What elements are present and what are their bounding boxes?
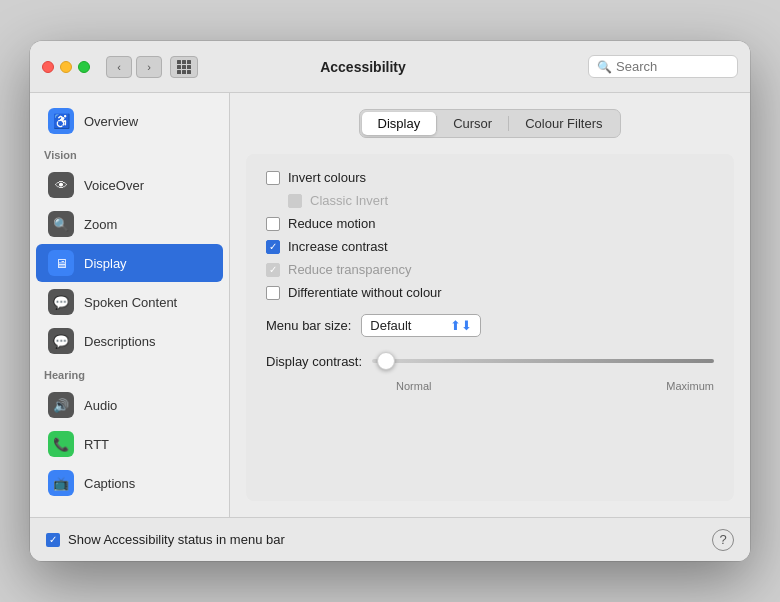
classic-invert-checkbox[interactable]: [288, 194, 302, 208]
reduce-transparency-row: ✓ Reduce transparency: [266, 262, 714, 277]
differentiate-without-colour-checkbox[interactable]: [266, 286, 280, 300]
sidebar: ♿ Overview Vision 👁 VoiceOver 🔍 Zoom �: [30, 93, 230, 517]
display-contrast-slider-container: [372, 351, 714, 371]
display-contrast-slider-thumb[interactable]: [377, 352, 395, 370]
tab-colour-filters[interactable]: Colour Filters: [509, 112, 618, 135]
close-button[interactable]: [42, 61, 54, 73]
classic-invert-row: Classic Invert: [266, 193, 714, 208]
tabs-container: Display Cursor Colour Filters: [359, 109, 622, 138]
window-title: Accessibility: [146, 59, 580, 75]
reduce-transparency-label: Reduce transparency: [288, 262, 412, 277]
slider-min-label: Normal: [396, 380, 431, 392]
invert-colours-label: Invert colours: [288, 170, 366, 185]
rtt-icon: 📞: [48, 431, 74, 457]
display-contrast-label: Display contrast:: [266, 354, 362, 369]
sidebar-item-display[interactable]: 🖥 Display: [36, 244, 223, 282]
tab-display[interactable]: Display: [362, 112, 437, 135]
descriptions-icon: 💬: [48, 328, 74, 354]
main-window: ‹ › Accessibility 🔍: [30, 41, 750, 561]
overview-icon: ♿: [48, 108, 74, 134]
sidebar-item-voiceover[interactable]: 👁 VoiceOver: [36, 166, 223, 204]
show-status-label: Show Accessibility status in menu bar: [68, 532, 285, 547]
sidebar-section-vision: Vision: [30, 141, 229, 165]
menu-bar-size-value: Default: [370, 318, 444, 333]
sidebar-label-captions: Captions: [84, 476, 135, 491]
checkmark-icon: ✓: [269, 242, 277, 252]
spoken-content-icon: 💬: [48, 289, 74, 315]
select-arrows-icon: ⬆⬇: [450, 318, 472, 333]
increase-contrast-checkbox[interactable]: ✓: [266, 240, 280, 254]
tab-cursor[interactable]: Cursor: [437, 112, 508, 135]
sidebar-label-spoken-content: Spoken Content: [84, 295, 177, 310]
sidebar-item-zoom[interactable]: 🔍 Zoom: [36, 205, 223, 243]
tab-bar: Display Cursor Colour Filters: [246, 109, 734, 138]
back-button[interactable]: ‹: [106, 56, 132, 78]
traffic-lights: [42, 61, 90, 73]
sidebar-label-descriptions: Descriptions: [84, 334, 156, 349]
increase-contrast-label: Increase contrast: [288, 239, 388, 254]
sidebar-item-spoken-content[interactable]: 💬 Spoken Content: [36, 283, 223, 321]
reduce-motion-label: Reduce motion: [288, 216, 375, 231]
slider-labels: Normal Maximum: [266, 380, 714, 392]
bottom-bar: ✓ Show Accessibility status in menu bar …: [30, 517, 750, 561]
menu-bar-size-select[interactable]: Default ⬆⬇: [361, 314, 481, 337]
display-contrast-slider-track: [372, 359, 714, 363]
slider-max-label: Maximum: [666, 380, 714, 392]
display-icon: 🖥: [48, 250, 74, 276]
differentiate-without-colour-label: Differentiate without colour: [288, 285, 442, 300]
invert-colours-row: Invert colours: [266, 170, 714, 185]
sidebar-label-audio: Audio: [84, 398, 117, 413]
search-input[interactable]: [616, 59, 726, 74]
classic-invert-label: Classic Invert: [310, 193, 388, 208]
maximize-button[interactable]: [78, 61, 90, 73]
sidebar-label-rtt: RTT: [84, 437, 109, 452]
minimize-button[interactable]: [60, 61, 72, 73]
differentiate-without-colour-row: Differentiate without colour: [266, 285, 714, 300]
sidebar-item-captions[interactable]: 📺 Captions: [36, 464, 223, 502]
search-icon: 🔍: [597, 60, 612, 74]
titlebar: ‹ › Accessibility 🔍: [30, 41, 750, 93]
main-content: ♿ Overview Vision 👁 VoiceOver 🔍 Zoom �: [30, 93, 750, 517]
reduce-transparency-checkbox[interactable]: ✓: [266, 263, 280, 277]
reduce-motion-row: Reduce motion: [266, 216, 714, 231]
right-panel: Display Cursor Colour Filters Invert col…: [230, 93, 750, 517]
increase-contrast-row: ✓ Increase contrast: [266, 239, 714, 254]
zoom-icon: 🔍: [48, 211, 74, 237]
help-button[interactable]: ?: [712, 529, 734, 551]
search-box[interactable]: 🔍: [588, 55, 738, 78]
menu-bar-size-row: Menu bar size: Default ⬆⬇: [266, 314, 714, 337]
reduce-motion-checkbox[interactable]: [266, 217, 280, 231]
captions-icon: 📺: [48, 470, 74, 496]
sidebar-section-hearing: Hearing: [30, 361, 229, 385]
display-contrast-row: Display contrast: Normal Maximum: [266, 351, 714, 392]
audio-icon: 🔊: [48, 392, 74, 418]
voiceover-icon: 👁: [48, 172, 74, 198]
show-status-checkbox[interactable]: ✓: [46, 533, 60, 547]
sidebar-label-zoom: Zoom: [84, 217, 117, 232]
menu-bar-size-label: Menu bar size:: [266, 318, 351, 333]
sidebar-item-descriptions[interactable]: 💬 Descriptions: [36, 322, 223, 360]
sidebar-label-overview: Overview: [84, 114, 138, 129]
sidebar-label-voiceover: VoiceOver: [84, 178, 144, 193]
sidebar-item-rtt[interactable]: 📞 RTT: [36, 425, 223, 463]
sidebar-item-overview[interactable]: ♿ Overview: [36, 102, 223, 140]
sidebar-label-display: Display: [84, 256, 127, 271]
sidebar-item-audio[interactable]: 🔊 Audio: [36, 386, 223, 424]
settings-area: Invert colours Classic Invert Reduce mot…: [246, 154, 734, 501]
invert-colours-checkbox[interactable]: [266, 171, 280, 185]
